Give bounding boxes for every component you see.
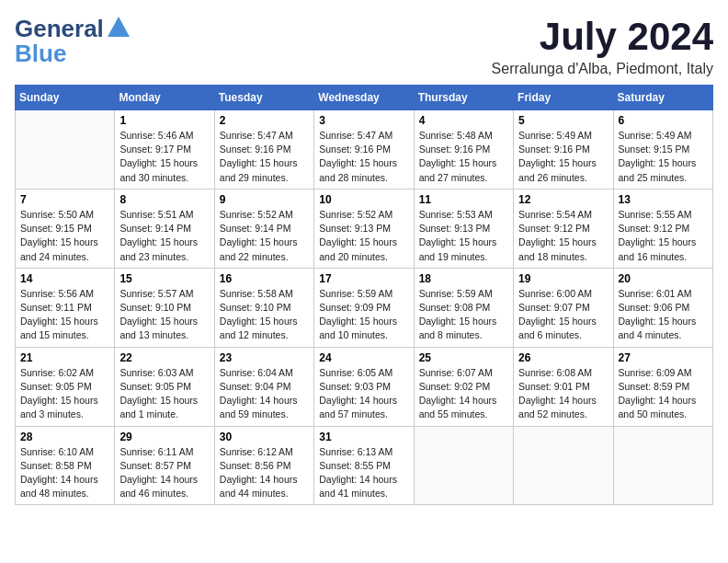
day-number: 26 (518, 351, 608, 364)
day-cell: 20Sunrise: 6:01 AMSunset: 9:06 PMDayligh… (613, 268, 712, 347)
weekday-header-sunday: Sunday (16, 86, 115, 110)
title-block: July 2024 Serralunga d'Alba, Piedmont, I… (492, 15, 713, 77)
day-number: 27 (619, 351, 708, 364)
day-info: Sunrise: 5:52 AMSunset: 9:14 PMDaylight:… (220, 208, 309, 264)
day-cell: 29Sunrise: 6:11 AMSunset: 8:57 PMDayligh… (115, 426, 214, 505)
day-number: 20 (619, 272, 708, 285)
day-info: Sunrise: 5:49 AMSunset: 9:15 PMDaylight:… (619, 129, 708, 185)
day-number: 12 (518, 193, 608, 206)
day-cell (514, 426, 613, 505)
day-number: 29 (119, 431, 209, 443)
weekday-header-row: SundayMondayTuesdayWednesdayThursdayFrid… (16, 86, 713, 110)
day-number: 7 (20, 193, 109, 206)
page-container: General Blue July 2024 Serralunga d'Alba… (15, 15, 713, 505)
day-cell: 21Sunrise: 6:02 AMSunset: 9:05 PMDayligh… (16, 347, 115, 426)
day-number: 21 (20, 351, 109, 364)
day-info: Sunrise: 6:10 AMSunset: 8:58 PMDaylight:… (20, 445, 109, 501)
day-number: 31 (319, 431, 408, 443)
day-number: 9 (220, 193, 309, 206)
day-number: 25 (419, 351, 508, 364)
day-cell: 22Sunrise: 6:03 AMSunset: 9:05 PMDayligh… (115, 347, 214, 426)
day-cell: 24Sunrise: 6:05 AMSunset: 9:03 PMDayligh… (314, 347, 414, 426)
day-info: Sunrise: 5:56 AMSunset: 9:11 PMDaylight:… (20, 287, 109, 343)
day-info: Sunrise: 6:08 AMSunset: 9:01 PMDaylight:… (518, 366, 608, 422)
day-cell (414, 426, 513, 505)
header: General Blue July 2024 Serralunga d'Alba… (15, 15, 713, 77)
day-info: Sunrise: 5:54 AMSunset: 9:12 PMDaylight:… (518, 208, 608, 264)
day-cell: 2Sunrise: 5:47 AMSunset: 9:16 PMDaylight… (214, 110, 313, 190)
logo: General Blue (15, 15, 131, 68)
day-number: 5 (518, 114, 608, 127)
day-cell: 9Sunrise: 5:52 AMSunset: 9:14 PMDaylight… (214, 189, 313, 268)
day-cell: 30Sunrise: 6:12 AMSunset: 8:56 PMDayligh… (214, 426, 313, 505)
day-info: Sunrise: 5:49 AMSunset: 9:16 PMDaylight:… (518, 129, 608, 185)
week-row-4: 21Sunrise: 6:02 AMSunset: 9:05 PMDayligh… (16, 347, 713, 426)
day-cell: 19Sunrise: 6:00 AMSunset: 9:07 PMDayligh… (514, 268, 613, 347)
day-info: Sunrise: 5:51 AMSunset: 9:14 PMDaylight:… (119, 208, 209, 264)
day-info: Sunrise: 5:52 AMSunset: 9:13 PMDaylight:… (319, 208, 408, 264)
day-info: Sunrise: 5:59 AMSunset: 9:09 PMDaylight:… (319, 287, 408, 343)
week-row-2: 7Sunrise: 5:50 AMSunset: 9:15 PMDaylight… (16, 189, 713, 268)
day-number: 4 (419, 114, 508, 127)
logo-blue: Blue (15, 40, 66, 68)
day-info: Sunrise: 6:12 AMSunset: 8:56 PMDaylight:… (220, 445, 309, 501)
day-cell: 11Sunrise: 5:53 AMSunset: 9:13 PMDayligh… (414, 189, 513, 268)
week-row-3: 14Sunrise: 5:56 AMSunset: 9:11 PMDayligh… (16, 268, 713, 347)
day-cell: 26Sunrise: 6:08 AMSunset: 9:01 PMDayligh… (514, 347, 613, 426)
day-cell: 3Sunrise: 5:47 AMSunset: 9:16 PMDaylight… (314, 110, 414, 190)
day-info: Sunrise: 5:50 AMSunset: 9:15 PMDaylight:… (20, 208, 109, 264)
day-cell: 18Sunrise: 5:59 AMSunset: 9:08 PMDayligh… (414, 268, 513, 347)
day-cell: 5Sunrise: 5:49 AMSunset: 9:16 PMDaylight… (514, 110, 613, 190)
day-cell: 23Sunrise: 6:04 AMSunset: 9:04 PMDayligh… (214, 347, 313, 426)
day-info: Sunrise: 5:47 AMSunset: 9:16 PMDaylight:… (220, 129, 309, 185)
day-info: Sunrise: 6:13 AMSunset: 8:55 PMDaylight:… (319, 445, 408, 501)
day-info: Sunrise: 5:53 AMSunset: 9:13 PMDaylight:… (419, 208, 508, 264)
week-row-5: 28Sunrise: 6:10 AMSunset: 8:58 PMDayligh… (16, 426, 713, 505)
day-cell (16, 110, 115, 190)
day-cell: 27Sunrise: 6:09 AMSunset: 8:59 PMDayligh… (613, 347, 712, 426)
day-cell: 7Sunrise: 5:50 AMSunset: 9:15 PMDaylight… (16, 189, 115, 268)
day-number: 22 (119, 351, 209, 364)
day-info: Sunrise: 6:04 AMSunset: 9:04 PMDaylight:… (220, 366, 309, 422)
day-cell: 17Sunrise: 5:59 AMSunset: 9:09 PMDayligh… (314, 268, 414, 347)
day-number: 14 (20, 272, 109, 285)
day-cell: 4Sunrise: 5:48 AMSunset: 9:16 PMDaylight… (414, 110, 513, 190)
day-number: 16 (220, 272, 309, 285)
day-info: Sunrise: 6:09 AMSunset: 8:59 PMDaylight:… (619, 366, 708, 422)
day-info: Sunrise: 6:03 AMSunset: 9:05 PMDaylight:… (119, 366, 209, 422)
day-cell: 10Sunrise: 5:52 AMSunset: 9:13 PMDayligh… (314, 189, 414, 268)
day-number: 18 (419, 272, 508, 285)
day-info: Sunrise: 5:59 AMSunset: 9:08 PMDaylight:… (419, 287, 508, 343)
day-number: 30 (220, 431, 309, 443)
day-info: Sunrise: 6:11 AMSunset: 8:57 PMDaylight:… (119, 445, 209, 501)
day-number: 15 (119, 272, 209, 285)
day-cell: 13Sunrise: 5:55 AMSunset: 9:12 PMDayligh… (613, 189, 712, 268)
day-number: 10 (319, 193, 408, 206)
day-info: Sunrise: 6:02 AMSunset: 9:05 PMDaylight:… (20, 366, 109, 422)
day-cell: 28Sunrise: 6:10 AMSunset: 8:58 PMDayligh… (16, 426, 115, 505)
day-cell: 16Sunrise: 5:58 AMSunset: 9:10 PMDayligh… (214, 268, 313, 347)
logo-icon (106, 15, 131, 40)
day-cell: 6Sunrise: 5:49 AMSunset: 9:15 PMDaylight… (613, 110, 712, 190)
day-info: Sunrise: 6:07 AMSunset: 9:02 PMDaylight:… (419, 366, 508, 422)
day-info: Sunrise: 5:46 AMSunset: 9:17 PMDaylight:… (119, 129, 209, 185)
weekday-header-friday: Friday (514, 86, 613, 110)
day-info: Sunrise: 5:47 AMSunset: 9:16 PMDaylight:… (319, 129, 408, 185)
day-number: 13 (619, 193, 708, 206)
day-info: Sunrise: 6:00 AMSunset: 9:07 PMDaylight:… (518, 287, 608, 343)
weekday-header-thursday: Thursday (414, 86, 513, 110)
day-info: Sunrise: 5:57 AMSunset: 9:10 PMDaylight:… (119, 287, 209, 343)
calendar-table: SundayMondayTuesdayWednesdayThursdayFrid… (15, 85, 713, 505)
subtitle: Serralunga d'Alba, Piedmont, Italy (492, 61, 713, 77)
weekday-header-tuesday: Tuesday (214, 86, 313, 110)
day-number: 3 (319, 114, 408, 127)
day-cell: 8Sunrise: 5:51 AMSunset: 9:14 PMDaylight… (115, 189, 214, 268)
day-number: 23 (220, 351, 309, 364)
day-number: 2 (220, 114, 309, 127)
day-cell: 25Sunrise: 6:07 AMSunset: 9:02 PMDayligh… (414, 347, 513, 426)
day-number: 19 (518, 272, 608, 285)
week-row-1: 1Sunrise: 5:46 AMSunset: 9:17 PMDaylight… (16, 110, 713, 190)
day-cell: 31Sunrise: 6:13 AMSunset: 8:55 PMDayligh… (314, 426, 414, 505)
day-number: 11 (419, 193, 508, 206)
main-title: July 2024 (492, 15, 713, 59)
